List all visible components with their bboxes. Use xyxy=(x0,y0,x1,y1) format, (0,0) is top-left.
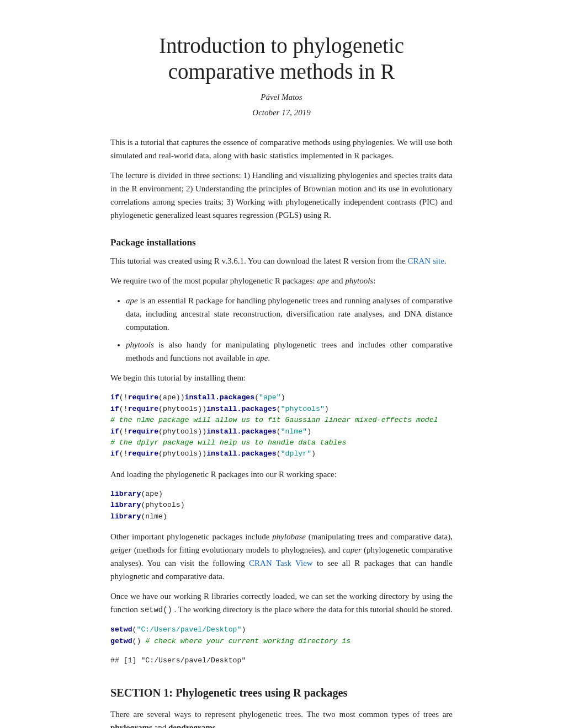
setwd-code-block: setwd("C:/Users/pavel/Desktop") getwd() … xyxy=(110,624,453,647)
getwd-line: getwd() # check where your current worki… xyxy=(110,636,453,647)
phylograms-bold: phylograms xyxy=(110,723,152,728)
package-list: ape is an essential R package for handli… xyxy=(110,294,453,365)
loading-intro-text: And loading the phylogenetic R packages … xyxy=(110,468,453,481)
other-pkg-paragraph: Other important phylogenetic packages in… xyxy=(110,530,453,583)
pkg-paragraph-2: We require two of the most popular phylo… xyxy=(110,274,453,287)
code-line-2: if(!require(phytools))install.packages("… xyxy=(110,404,453,415)
phylobase-pkg: phylobase xyxy=(272,532,306,541)
page-title: Introduction to phylogenetic comparative… xyxy=(110,33,453,85)
pkg-p1-text: This tutorial was created using R v.3.6.… xyxy=(110,256,406,265)
ape-bullet-pkg: ape xyxy=(126,296,138,305)
code-line-comment-1: # the nlme package will allow us to fit … xyxy=(110,415,453,426)
intro-paragraph-1: This is a tutorial that captures the ess… xyxy=(110,136,453,162)
intro-paragraph-2: The lecture is divided in three sections… xyxy=(110,169,453,222)
output-block: ## [1] "C:/Users/pavel/Desktop" xyxy=(110,655,453,666)
output-line: ## [1] "C:/Users/pavel/Desktop" xyxy=(110,655,453,666)
code-line-comment-2: # the dplyr package will help us to hand… xyxy=(110,437,453,448)
setwd-line: setwd("C:/Users/pavel/Desktop") xyxy=(110,624,453,635)
library-line-2: library(phytools) xyxy=(110,500,453,511)
ape-ref-in-bullet: ape xyxy=(256,354,268,362)
list-item-phytools: phytools is also handy for manipulating … xyxy=(126,338,453,365)
library-code-block: library(ape) library(phytools) library(n… xyxy=(110,489,453,522)
section1-heading: SECTION 1: Phylogenetic trees using R pa… xyxy=(110,684,453,702)
library-line-3: library(nlme) xyxy=(110,511,453,522)
date: October 17, 2019 xyxy=(110,106,453,119)
section1-paragraph-1: There are several ways to represent phyl… xyxy=(110,708,453,728)
code-line-1: if(!require(ape))install.packages("ape") xyxy=(110,392,453,403)
geiger-pkg: geiger xyxy=(110,545,131,554)
ape-pkg-name: ape xyxy=(317,276,330,285)
cran-site-link[interactable]: CRAN site xyxy=(408,256,444,265)
ape-bullet-text: is an essential R package for handling p… xyxy=(126,296,453,331)
author: Pável Matos xyxy=(110,90,453,104)
pkg-paragraph-1: This tutorial was created using R v.3.6.… xyxy=(110,254,453,267)
library-line-1: library(ape) xyxy=(110,489,453,500)
dendrograms-bold: dendrograms xyxy=(168,723,216,728)
phytools-pkg-name: phytools xyxy=(345,276,373,285)
list-item-ape: ape is an essential R package for handli… xyxy=(126,294,453,334)
phytools-bullet-pkg: phytools xyxy=(126,340,154,349)
code-line-3: if(!require(phytools))install.packages("… xyxy=(110,426,453,437)
package-installations-heading: Package installations xyxy=(110,235,453,250)
page-container: Introduction to phylogenetic comparative… xyxy=(72,0,491,728)
phytools-bullet-text: is also handy for manipulating phylogene… xyxy=(126,340,453,362)
caper-pkg: caper xyxy=(343,545,362,554)
code-line-4: if(!require(phytools))install.packages("… xyxy=(110,448,453,459)
install-code-block: if(!require(ape))install.packages("ape")… xyxy=(110,392,453,460)
install-intro-text: We begin this tutorial by installing the… xyxy=(110,371,453,384)
cran-task-view-link[interactable]: CRAN Task View xyxy=(249,559,313,568)
working-dir-paragraph: Once we have our working R libraries cor… xyxy=(110,590,453,617)
setwd-inline: setwd() xyxy=(140,606,172,614)
